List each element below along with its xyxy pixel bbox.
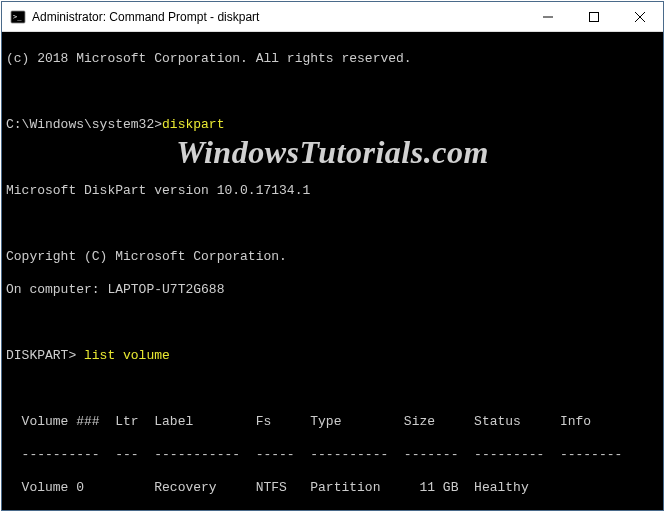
blank-line: [6, 150, 659, 167]
cmd-icon: >_: [10, 9, 26, 25]
typed-command: diskpart: [162, 117, 224, 132]
table-header: Volume ### Ltr Label Fs Type Size Status…: [6, 414, 659, 431]
prompt-label: DISKPART>: [6, 348, 84, 363]
maximize-button[interactable]: [571, 2, 617, 31]
prompt-line: DISKPART> list volume: [6, 348, 659, 365]
table-row: Volume 0 Recovery NTFS Partition 11 GB H…: [6, 480, 659, 497]
close-button[interactable]: [617, 2, 663, 31]
cmd-window: >_ Administrator: Command Prompt - diskp…: [1, 1, 664, 511]
output-line: (c) 2018 Microsoft Corporation. All righ…: [6, 51, 659, 68]
window-title: Administrator: Command Prompt - diskpart: [32, 10, 525, 24]
typed-command: list volume: [84, 348, 170, 363]
svg-rect-3: [590, 12, 599, 21]
table-rule: ---------- --- ----------- ----- -------…: [6, 447, 659, 464]
terminal-area[interactable]: (c) 2018 Microsoft Corporation. All righ…: [2, 32, 663, 510]
svg-text:>_: >_: [13, 13, 22, 21]
prompt-path: C:\Windows\system32>: [6, 117, 162, 132]
blank-line: [6, 381, 659, 398]
output-line: Microsoft DiskPart version 10.0.17134.1: [6, 183, 659, 200]
prompt-line: C:\Windows\system32>diskpart: [6, 117, 659, 134]
output-line: On computer: LAPTOP-U7T2G688: [6, 282, 659, 299]
blank-line: [6, 315, 659, 332]
blank-line: [6, 216, 659, 233]
titlebar[interactable]: >_ Administrator: Command Prompt - diskp…: [2, 2, 663, 32]
window-controls: [525, 2, 663, 31]
blank-line: [6, 84, 659, 101]
output-line: Copyright (C) Microsoft Corporation.: [6, 249, 659, 266]
minimize-button[interactable]: [525, 2, 571, 31]
